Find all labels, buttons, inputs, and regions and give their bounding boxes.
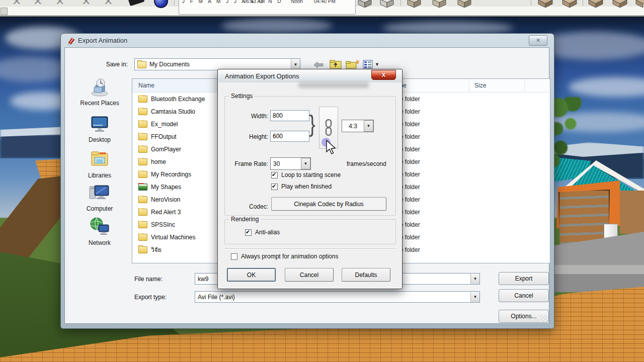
toolbar-tool-icon[interactable]: ✕ [12, 0, 21, 8]
sidebar-item-network[interactable]: Network [72, 217, 127, 246]
ok-button[interactable]: OK [227, 268, 276, 282]
shadow-months-label: J F M A M J J A S O N D [182, 0, 283, 4]
rendering-legend: Rendering [229, 216, 261, 223]
folder-name: Bluetooth Exchange [151, 96, 205, 103]
folder-name: Ex_model [151, 121, 178, 128]
close-icon[interactable]: X [371, 70, 396, 80]
folder-name: Camtasia Studio [151, 108, 195, 115]
sidebar-item-label: Network [72, 239, 127, 246]
section-tool-icon[interactable] [612, 0, 628, 8]
file-name-label: File name: [134, 276, 163, 283]
chevron-down-icon[interactable]: ▼ [470, 274, 479, 284]
sidebar-item-computer[interactable]: Computer [72, 183, 127, 212]
face-style-icon[interactable] [407, 0, 422, 8]
antialias-checkbox[interactable] [245, 229, 252, 236]
shadow-time-start: 06:43 AM [244, 0, 265, 4]
section-tool-icon[interactable] [537, 0, 553, 8]
shadow-time-noon: Noon [291, 0, 303, 4]
chevron-down-icon[interactable]: ▼ [291, 59, 300, 70]
column-header-size[interactable]: Size [469, 79, 525, 92]
codec-button[interactable]: Cinepak Codec by Radius [271, 197, 386, 211]
play-checkbox[interactable] [271, 184, 278, 190]
folder-icon [138, 171, 147, 178]
shadow-toolbar[interactable]: J F M A M J J A S O N D 06:43 AM Noon 04… [179, 0, 356, 15]
toolbar-fragment [1, 8, 8, 15]
toolbar-tool-icon[interactable]: ✕ [82, 0, 91, 8]
folder-name: My Recordings [151, 171, 191, 178]
dialog-title: Export Animation [78, 37, 127, 44]
sidebar-item-libraries[interactable]: Libraries [72, 149, 127, 179]
toolbar-tool-icon[interactable]: ✕ [55, 0, 64, 8]
defaults-button[interactable]: Defaults [342, 268, 390, 282]
toolbar-tool-icon[interactable]: ✕ [104, 0, 113, 8]
network-icon [89, 217, 111, 237]
camera-tool-icon[interactable] [128, 0, 144, 6]
aspect-ratio-combobox[interactable]: 4:3 ▼ [342, 120, 374, 132]
frame-rate-combobox[interactable]: 30 ▼ [270, 157, 311, 170]
always-prompt-label[interactable]: Always prompt for animation options [241, 253, 338, 260]
folder-name: Red Alert 3 [151, 209, 181, 216]
height-label: Height: [233, 133, 268, 140]
views-chevron-icon[interactable]: ▼ [375, 62, 379, 67]
brace-glyph: } [309, 108, 315, 140]
orbit-tool-icon[interactable] [154, 0, 168, 8]
export-type-combobox[interactable]: Avi File (*.avi) ▼ [195, 291, 480, 303]
sidebar-item-label: Libraries [72, 172, 127, 179]
folder-icon [138, 121, 147, 128]
shapes-file-icon [138, 184, 147, 191]
aspect-ratio-value: 4:3 [342, 120, 364, 132]
top-toolbar: ✕ ✕ ✕ ✕ ✕ J F M A M J J A S O N D 06:43 … [0, 0, 644, 17]
folder-name: วิจัย [151, 245, 162, 254]
sidebar-item-desktop[interactable]: Desktop [72, 115, 127, 143]
folder-name: home [151, 158, 166, 165]
section-tool-icon[interactable] [561, 0, 578, 8]
face-style-icon[interactable] [357, 0, 372, 8]
new-folder-icon[interactable] [346, 59, 360, 70]
loop-checkbox[interactable] [271, 172, 278, 178]
loop-checkbox-label[interactable]: Loop to starting scene [281, 171, 341, 178]
computer-icon [89, 183, 111, 203]
my-documents-icon [137, 61, 146, 68]
height-field[interactable] [270, 131, 309, 142]
folder-name: SPSSInc [151, 221, 175, 228]
video-artifact [298, 82, 369, 88]
chain-link-icon [325, 119, 333, 136]
fps-suffix-label: frames/second [347, 160, 386, 167]
desktop-icon [90, 115, 110, 134]
folder-name: NeroVision [151, 196, 180, 203]
folder-icon [138, 133, 147, 140]
cancel-button[interactable]: Cancel [499, 289, 549, 302]
mouse-cursor [325, 140, 337, 156]
face-style-icon[interactable] [457, 0, 472, 8]
toolbar-tool-icon[interactable]: ✕ [33, 0, 42, 8]
house-side-wall [620, 191, 644, 234]
always-prompt-checkbox[interactable] [231, 253, 237, 260]
face-style-icon[interactable] [432, 0, 447, 8]
views-menu-icon[interactable] [363, 59, 374, 69]
folder-icon [138, 158, 147, 165]
cloud [569, 77, 644, 97]
chevron-down-icon[interactable]: ▼ [364, 120, 373, 132]
antialias-checkbox-label[interactable]: Anti-alias [255, 229, 280, 236]
codec-label: Codec: [238, 203, 268, 210]
play-checkbox-label[interactable]: Play when finished [281, 183, 332, 190]
export-dialog-icon [67, 36, 76, 45]
folder-icon [138, 108, 147, 115]
chevron-down-icon[interactable]: ▼ [301, 158, 310, 169]
folder-icon [138, 146, 147, 153]
folder-name: GomPlayer [151, 146, 181, 153]
chevron-down-icon[interactable]: ▼ [470, 292, 479, 302]
back-arrow-icon[interactable] [312, 61, 325, 68]
close-icon[interactable]: ✕ [529, 35, 547, 46]
folder-icon [138, 246, 147, 253]
cancel-button[interactable]: Cancel [285, 268, 334, 282]
face-style-icon[interactable] [379, 0, 394, 8]
export-button[interactable]: Export [499, 272, 549, 285]
save-in-value: My Documents [149, 61, 190, 68]
resize-grip[interactable] [540, 315, 548, 322]
section-tool-icon[interactable] [588, 0, 604, 8]
up-folder-icon[interactable] [330, 59, 343, 70]
section-tool-icon[interactable] [635, 0, 644, 8]
width-field[interactable] [270, 110, 309, 121]
sidebar-item-recent-places[interactable]: Recent Places [72, 78, 127, 107]
